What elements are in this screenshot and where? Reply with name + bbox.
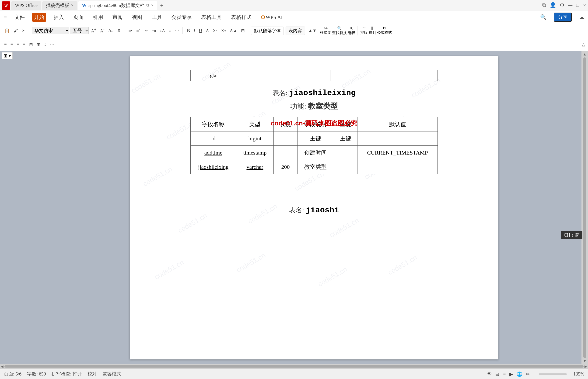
proofread[interactable]: 校对 xyxy=(87,371,97,377)
number-list-button[interactable]: ≡1 xyxy=(135,28,142,34)
bullet-list-button[interactable]: ≡• xyxy=(127,28,134,34)
zoom-in-button[interactable]: + xyxy=(569,371,571,377)
table-cell-2[interactable] xyxy=(237,70,284,81)
tab-template[interactable]: 找稿壳模板 × xyxy=(42,1,77,10)
border-button[interactable]: ⊞ xyxy=(240,27,246,34)
settings-icon[interactable]: ⚙ xyxy=(560,2,564,9)
cloud-icon[interactable]: ☁ xyxy=(579,14,584,20)
table-cell-gtai[interactable]: gtai xyxy=(191,70,237,81)
line-spacing2-button[interactable]: ↕ xyxy=(43,41,48,48)
subscript-button[interactable]: X₂ xyxy=(219,27,228,34)
align-justify-button[interactable]: ≡ xyxy=(21,41,27,48)
field-addtime[interactable]: addtime xyxy=(191,146,236,160)
maximize-icon[interactable]: □ xyxy=(576,2,579,9)
ch-input-indicator[interactable]: CH ↕ 简 xyxy=(561,231,582,239)
tab-doc[interactable]: W springboot4e80m数据库文档 ⧉ × xyxy=(78,1,157,10)
menu-reference[interactable]: 引用 xyxy=(91,13,105,22)
close-icon[interactable]: × xyxy=(583,2,586,9)
menu-table-style[interactable]: 表格样式 xyxy=(229,13,253,22)
sort-button[interactable]: ↕A xyxy=(158,28,166,34)
shading-button[interactable]: A▲ xyxy=(228,28,239,34)
zoom-out-button[interactable]: − xyxy=(534,371,537,377)
default-id[interactable] xyxy=(357,131,438,146)
find-replace-button[interactable]: 🔍 查找替换 xyxy=(332,26,347,35)
font-family-select[interactable]: 华文仿宋 xyxy=(32,27,69,34)
type-id[interactable]: bigint xyxy=(236,131,274,146)
pk-addtime[interactable] xyxy=(334,146,357,160)
play-icon[interactable]: ▶ xyxy=(509,371,513,377)
scroll-thumb[interactable] xyxy=(583,57,586,358)
align-dist2-button[interactable]: ⊟ xyxy=(28,41,34,48)
more-para-button[interactable]: ⋯ xyxy=(173,27,181,34)
font-color-button[interactable]: A xyxy=(204,28,210,34)
web-icon[interactable]: 🌐 xyxy=(517,371,522,377)
clear-format-button[interactable]: ✗ xyxy=(116,27,122,34)
underline-button[interactable]: U xyxy=(197,28,203,34)
bottom-scrollbar[interactable]: ◀ ▶ xyxy=(0,364,588,369)
scroll-up-icon[interactable]: ▲ xyxy=(583,52,587,56)
menu-home[interactable]: 开始 xyxy=(32,13,46,22)
zoom-slider[interactable] xyxy=(539,373,567,375)
table-cell-4[interactable] xyxy=(330,70,377,81)
align-left2-button[interactable]: ≡ xyxy=(3,41,8,48)
menu-review[interactable]: 审阅 xyxy=(111,13,125,22)
format-brush-button[interactable]: 🖌 xyxy=(12,28,19,34)
expand-styles-icon[interactable]: ▲▼ xyxy=(307,28,318,34)
spell-check[interactable]: 拼写检查: 打开 xyxy=(51,371,82,377)
indent-less-button[interactable]: ⇤ xyxy=(143,27,150,34)
read-mode-icon[interactable]: 👁 xyxy=(487,371,492,377)
print-layout-icon[interactable]: ⊟ xyxy=(495,371,499,377)
change-case-button[interactable]: Aa xyxy=(107,27,115,34)
minimize-icon[interactable]: ─ xyxy=(568,2,572,9)
default-para-style[interactable]: 默认段落字体 xyxy=(251,27,284,35)
default-jiaoshileixing[interactable] xyxy=(357,160,438,174)
paste-button[interactable]: 📋 xyxy=(3,27,11,34)
menu-file[interactable]: 文件 xyxy=(13,13,27,22)
menu-member[interactable]: 会员专享 xyxy=(169,13,194,22)
share-button[interactable]: 分享 xyxy=(554,13,572,22)
scroll-right-icon[interactable]: ▶ xyxy=(585,364,587,368)
menu-wps-ai[interactable]: ⬡ WPS AI xyxy=(259,13,285,21)
right-scrollbar[interactable]: ▲ ▼ xyxy=(581,51,588,364)
align-right2-button[interactable]: ≡ xyxy=(15,41,20,48)
superscript-button[interactable]: X² xyxy=(211,28,219,34)
italic-button[interactable]: I xyxy=(192,28,197,34)
page-scroll-area[interactable]: code51.cn code51.cn code51.cn code51.cn … xyxy=(47,51,581,364)
align-center2-button[interactable]: ≡ xyxy=(9,41,15,48)
add-tab-button[interactable]: + xyxy=(158,2,165,9)
menu-page[interactable]: 页面 xyxy=(71,13,85,22)
default-addtime[interactable]: CURRENT_TIMESTAMP xyxy=(357,146,438,160)
length-addtime[interactable] xyxy=(274,146,297,160)
length-jiaoshileixing[interactable]: 200 xyxy=(274,160,297,174)
length-id[interactable] xyxy=(274,131,297,146)
ruler-toggle[interactable]: ⊞ ▾ xyxy=(2,52,13,59)
field-jiaoshileixing[interactable]: jiaoshileixing xyxy=(191,160,236,174)
menu-view[interactable]: 视图 xyxy=(130,13,144,22)
outline-icon[interactable]: ≡ xyxy=(503,371,506,377)
tab-doc-close-icon[interactable]: × xyxy=(151,3,153,8)
style-set-button[interactable]: Aa 样式集 xyxy=(320,26,331,35)
restore-down-icon[interactable]: ⧉ xyxy=(542,2,546,9)
desc-jiaoshileixing[interactable]: 教室类型 xyxy=(297,160,334,174)
columns-button[interactable]: ||| 排列 xyxy=(369,26,376,35)
pk-id[interactable]: 主键 xyxy=(334,131,357,146)
field-id[interactable]: id xyxy=(191,131,236,146)
line-spacing-button[interactable]: ↕ xyxy=(168,28,173,34)
table-content-style[interactable]: 表内容 xyxy=(286,27,305,35)
align-more2-button[interactable]: ⊞ xyxy=(35,41,42,48)
formula-button[interactable]: fx 公式模式 xyxy=(377,26,392,35)
select-button[interactable]: ↖ 选择 xyxy=(348,26,355,35)
increase-font-button[interactable]: A+ xyxy=(90,27,98,34)
type-addtime[interactable]: timestamp xyxy=(236,146,274,160)
menu-insert[interactable]: 插入 xyxy=(52,13,66,22)
menu-table-tools[interactable]: 表格工具 xyxy=(199,13,223,22)
decrease-font-button[interactable]: A- xyxy=(99,27,106,34)
hamburger-menu-icon[interactable]: ≡ xyxy=(4,14,7,20)
search-icon[interactable]: 🔍 xyxy=(540,14,546,20)
account-icon[interactable]: 👤 xyxy=(550,2,556,9)
highlight-icon[interactable]: ✏ xyxy=(526,371,530,377)
type-jiaoshileixing[interactable]: varchar xyxy=(236,160,274,174)
tab-wps-office[interactable]: WPS Office xyxy=(11,1,41,10)
sort-layout-button[interactable]: ↕↕ 排版 xyxy=(360,26,368,35)
menu-tools[interactable]: 工具 xyxy=(150,13,164,22)
